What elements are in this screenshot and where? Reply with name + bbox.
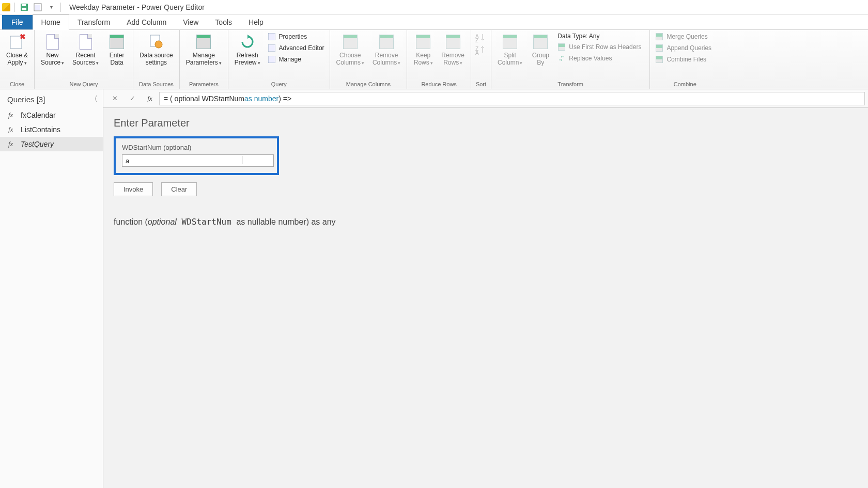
group-reduce-rows: Keep Rows Remove Rows Reduce Rows	[407, 30, 471, 89]
append-queries-button[interactable]: Append Queries	[654, 43, 716, 53]
table-icon	[557, 43, 566, 51]
accept-formula-icon[interactable]: ✓	[124, 91, 141, 106]
tab-add-column[interactable]: Add Column	[118, 15, 175, 29]
manage-parameters-button[interactable]: Manage Parameters	[184, 32, 224, 68]
group-manage-columns: Choose Columns Remove Columns Manage Col…	[330, 30, 408, 89]
query-label: TestQuery	[21, 140, 54, 148]
combine-files-button[interactable]: Combine Files	[654, 55, 707, 64]
fx-icon: fx	[8, 140, 17, 148]
formula-text-1: = ( optional WDStartNum	[164, 95, 244, 103]
first-row-headers-button[interactable]: Use First Row as Headers	[556, 42, 645, 52]
collapse-queries-icon[interactable]: 〈	[90, 95, 98, 104]
refresh-preview-label: Refresh Preview	[235, 52, 258, 66]
choose-columns-button[interactable]: Choose Columns	[334, 32, 366, 68]
sort-asc-button[interactable]: AZ	[475, 32, 487, 42]
merge-icon	[655, 33, 663, 41]
parameter-input[interactable]	[122, 154, 274, 167]
remove-columns-button[interactable]: Remove Columns	[370, 32, 402, 68]
group-combine-label: Combine	[654, 80, 716, 88]
split-column-label: Split Column	[498, 52, 519, 66]
advanced-editor-button[interactable]: Advanced Editor	[267, 43, 326, 53]
sig-optional: optional	[148, 217, 177, 226]
close-apply-button[interactable]: ✖ Close & Apply	[4, 32, 30, 68]
replace-icon	[557, 54, 566, 62]
first-row-headers-label: Use First Row as Headers	[569, 43, 641, 51]
group-by-button[interactable]: Group By	[529, 32, 552, 67]
svg-text:A: A	[475, 50, 479, 55]
advanced-editor-label: Advanced Editor	[279, 44, 324, 52]
query-item-testquery[interactable]: fx TestQuery	[0, 137, 103, 151]
query-label: ListContains	[21, 125, 60, 134]
manage-query-label: Manage	[279, 56, 301, 63]
data-type-button[interactable]: Data Type: Any	[556, 32, 603, 40]
formula-input[interactable]: = ( optional WDStartNum as number ) =>	[159, 92, 865, 105]
qat-separator-2	[60, 3, 61, 12]
tab-tools[interactable]: Tools	[207, 15, 240, 29]
split-column-button[interactable]: Split Column	[495, 32, 524, 68]
group-close: ✖ Close & Apply Close	[0, 30, 35, 89]
data-source-settings-button[interactable]: Data source settings	[137, 32, 175, 67]
svg-rect-12	[268, 56, 275, 63]
query-item-fxcalendar[interactable]: fx fxCalendar	[0, 108, 103, 122]
tab-view[interactable]: View	[175, 15, 207, 29]
sig-part1: function (	[114, 217, 148, 226]
svg-point-8	[155, 41, 162, 48]
fx-formula-icon[interactable]: fx	[142, 91, 158, 106]
data-type-label: Data Type: Any	[557, 33, 599, 40]
replace-values-button[interactable]: Replace Values	[556, 54, 613, 63]
tab-home[interactable]: Home	[33, 14, 69, 30]
manage-query-button[interactable]: Manage	[267, 55, 306, 64]
titlebar: ▾ Weekday Parameter - Power Query Editor	[0, 0, 868, 14]
tab-transform[interactable]: Transform	[69, 15, 118, 29]
group-sort: AZ ZA Sort	[471, 30, 491, 89]
properties-button[interactable]: Properties	[267, 32, 308, 41]
group-new-query-label: New Query	[39, 80, 129, 88]
keep-rows-button[interactable]: Keep Rows	[411, 32, 435, 68]
svg-rect-1	[22, 4, 26, 6]
cancel-formula-icon[interactable]: ✕	[106, 91, 123, 106]
enter-data-label: Enter Data	[110, 52, 125, 66]
group-new-query: New Source Recent Sources Enter Data New…	[35, 30, 133, 89]
main-area: ✕ ✓ fx = ( optional WDStartNum as number…	[103, 89, 868, 488]
tab-help[interactable]: Help	[240, 15, 272, 29]
parameter-box: WDStartNum (optional)	[114, 136, 279, 175]
merge-queries-label: Merge Queries	[667, 33, 707, 40]
group-by-label: Group By	[532, 52, 549, 66]
remove-columns-label: Remove Columns	[373, 52, 398, 66]
replace-values-label: Replace Values	[569, 55, 612, 62]
invoke-button[interactable]: Invoke	[114, 182, 153, 196]
recent-sources-label: Recent Sources	[72, 52, 96, 66]
group-transform-label: Transform	[495, 80, 645, 88]
qat-dropdown-icon[interactable]: ▾	[46, 2, 56, 12]
refresh-preview-button[interactable]: Refresh Preview	[233, 32, 262, 68]
window-title: Weekday Parameter - Power Query Editor	[69, 3, 205, 11]
group-data-sources: Data source settings Data Sources	[133, 30, 180, 89]
merge-queries-button[interactable]: Merge Queries	[654, 32, 711, 41]
svg-rect-11	[268, 44, 275, 52]
group-close-label: Close	[4, 80, 30, 88]
group-reduce-rows-label: Reduce Rows	[411, 80, 467, 88]
clear-button[interactable]: Clear	[161, 182, 197, 196]
qat-separator	[14, 3, 15, 12]
save-icon[interactable]	[19, 2, 29, 12]
new-source-label: New Source	[41, 52, 60, 66]
new-source-button[interactable]: New Source	[39, 32, 66, 68]
recent-sources-button[interactable]: Recent Sources	[70, 32, 101, 68]
function-signature: function (optional WDStartNum as nullabl…	[114, 217, 858, 227]
undo-icon[interactable]	[33, 2, 43, 12]
query-label: fxCalendar	[21, 111, 56, 119]
group-transform: Split Column Group By Data Type: Any Use…	[491, 30, 650, 89]
combine-icon	[655, 55, 663, 64]
fx-icon: fx	[8, 111, 17, 119]
queries-header-label: Queries [3]	[7, 95, 45, 104]
sort-desc-button[interactable]: ZA	[475, 44, 487, 55]
queries-pane: Queries [3] 〈 fx fxCalendar fx ListConta…	[0, 89, 103, 488]
remove-rows-button[interactable]: Remove Rows	[439, 32, 467, 68]
manage-parameters-label: Manage Parameters	[186, 52, 218, 66]
enter-data-button[interactable]: Enter Data	[105, 32, 129, 67]
tab-file[interactable]: File	[2, 15, 33, 29]
combine-files-label: Combine Files	[667, 56, 706, 63]
ribbon: ✖ Close & Apply Close New Source Recent …	[0, 30, 868, 89]
group-query-label: Query	[233, 80, 326, 88]
query-item-listcontains[interactable]: fx ListContains	[0, 122, 103, 137]
